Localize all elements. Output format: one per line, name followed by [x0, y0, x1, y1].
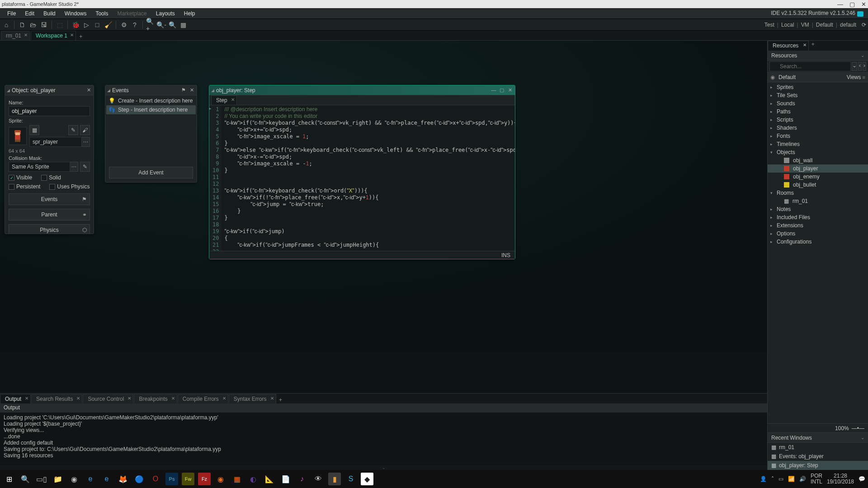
- tree-item[interactable]: obj_enemy: [768, 173, 868, 181]
- tree-folder[interactable]: ▸Options: [768, 230, 868, 238]
- workspace[interactable]: ◢Object: obj_player✕ Name: Sprite: ▦✎🖌 s…: [0, 41, 868, 352]
- tray-notifications-icon[interactable]: 💬: [859, 476, 865, 482]
- target-icon[interactable]: ◉: [770, 74, 777, 80]
- tree-folder[interactable]: ▸Sprites: [768, 83, 868, 91]
- layout-icon[interactable]: ▦: [179, 20, 188, 29]
- menu-marketplace[interactable]: Marketplace: [113, 9, 151, 18]
- run-icon[interactable]: ▷: [82, 20, 91, 29]
- tray-people-icon[interactable]: 👤: [760, 476, 767, 482]
- open-icon[interactable]: 🗁: [28, 20, 38, 29]
- app-icon[interactable]: 📐: [263, 473, 276, 485]
- event-item[interactable]: 💡Create - Insert description here: [106, 96, 196, 105]
- app-icon[interactable]: 📄: [279, 473, 292, 485]
- target-vm[interactable]: VM: [801, 22, 809, 28]
- tree-folder[interactable]: ▸Shaders: [768, 124, 868, 132]
- physics-button[interactable]: Physics⬡: [9, 224, 90, 234]
- app-icon[interactable]: ◉: [214, 473, 227, 485]
- object-name-input[interactable]: [9, 106, 90, 116]
- maximize-icon[interactable]: ▢: [499, 87, 505, 93]
- app-icon[interactable]: ▦: [231, 473, 243, 485]
- search-icon[interactable]: 🔍: [19, 473, 32, 485]
- tree-item[interactable]: obj_wall: [768, 156, 868, 164]
- menu-build[interactable]: Build: [39, 9, 60, 18]
- workspace-tab[interactable]: rm_01✕: [1, 31, 30, 40]
- tray-volume-icon[interactable]: 🔊: [799, 476, 806, 482]
- tree-folder[interactable]: ▸Fonts: [768, 132, 868, 140]
- tray-wifi-icon[interactable]: 📶: [788, 476, 795, 482]
- menu-tools[interactable]: Tools: [91, 9, 113, 18]
- taskview-icon[interactable]: ▭▯: [35, 473, 48, 485]
- code-editor[interactable]: ▸ 12345678910111213141516171819202122232…: [209, 105, 515, 251]
- resource-search-input[interactable]: [769, 61, 851, 71]
- stop-icon[interactable]: □: [93, 20, 102, 29]
- sprite-dropdown-icon[interactable]: …: [82, 137, 90, 147]
- output-log[interactable]: Loading project 'C:\Users\Gui\Documents\…: [0, 413, 767, 465]
- zoom-reset-icon[interactable]: 🔍: [168, 20, 177, 29]
- skype-icon[interactable]: S: [344, 473, 357, 485]
- close-icon[interactable]: ✕: [24, 33, 28, 38]
- sprite-edit-icon[interactable]: ✎: [68, 125, 78, 135]
- recent-item[interactable]: ▦rm_01: [768, 443, 868, 452]
- resize-grip[interactable]: ⌄: [0, 465, 767, 470]
- tray-up-icon[interactable]: ˄: [771, 476, 774, 482]
- parent-button[interactable]: Parent⚭: [9, 209, 90, 221]
- minimize-icon[interactable]: —: [491, 87, 497, 93]
- minimize-icon[interactable]: —: [837, 1, 843, 8]
- target-default[interactable]: default: [840, 22, 856, 28]
- fireworks-icon[interactable]: Fw: [182, 473, 194, 485]
- new-icon[interactable]: 🗋: [18, 20, 27, 29]
- target-default[interactable]: Default: [816, 22, 833, 28]
- physics-checkbox[interactable]: Uses Physics: [49, 183, 90, 190]
- close-icon[interactable]: ✕: [70, 33, 74, 38]
- tree-folder[interactable]: ▸Included Files: [768, 213, 868, 221]
- persistent-checkbox[interactable]: Persistent: [9, 183, 40, 190]
- close-icon[interactable]: ✕: [85, 87, 92, 93]
- mask-edit-icon[interactable]: ✎: [80, 162, 90, 172]
- sublime-icon[interactable]: ▮: [328, 473, 341, 485]
- tree-folder[interactable]: ▸Tile Sets: [768, 91, 868, 99]
- menu-windows[interactable]: Windows: [60, 9, 91, 18]
- chat-icon[interactable]: [857, 11, 863, 17]
- tree-folder[interactable]: ▸Sounds: [768, 99, 868, 108]
- firefox-icon[interactable]: 🦊: [117, 473, 129, 485]
- events-button[interactable]: Events⚑: [9, 193, 90, 205]
- steam-icon[interactable]: ◉: [68, 473, 80, 485]
- gear-icon[interactable]: ⚙: [119, 20, 128, 29]
- add-event-button[interactable]: Add Event: [109, 167, 193, 178]
- sprite-preview[interactable]: [9, 127, 27, 145]
- flag-icon[interactable]: ⚑: [180, 87, 187, 93]
- opera-icon[interactable]: O: [149, 473, 162, 485]
- debug-icon[interactable]: 🐞: [71, 20, 80, 29]
- tree-folder[interactable]: ▾Rooms: [768, 189, 868, 197]
- target-test[interactable]: Test: [764, 22, 774, 28]
- mask-select[interactable]: Same As Sprite: [9, 162, 70, 172]
- visible-checkbox[interactable]: ✓Visible: [9, 174, 32, 181]
- eclipse-icon[interactable]: ◐: [247, 473, 259, 485]
- tree-folder[interactable]: ▸Timelines: [768, 140, 868, 148]
- close-icon[interactable]: ✕: [507, 87, 513, 93]
- save-icon[interactable]: 🖫: [39, 20, 48, 29]
- target-local[interactable]: Local: [781, 22, 794, 28]
- home-icon[interactable]: ⌂: [2, 20, 11, 29]
- tree-folder[interactable]: ▸Extensions: [768, 221, 868, 230]
- edge-icon[interactable]: e: [100, 473, 113, 485]
- sprite-brush-icon[interactable]: 🖌: [80, 125, 90, 135]
- tree-item[interactable]: obj_player: [768, 164, 868, 173]
- clean-icon[interactable]: 🧹: [104, 20, 113, 29]
- zoom-slider[interactable]: —•—: [852, 425, 864, 432]
- itunes-icon[interactable]: ♪: [296, 473, 308, 485]
- resources-tab[interactable]: Resources✕: [768, 41, 809, 51]
- next-icon[interactable]: ›: [863, 62, 866, 71]
- package-icon[interactable]: ⬚: [55, 20, 64, 29]
- new-tab-button[interactable]: +: [77, 33, 85, 40]
- prev-icon[interactable]: ‹: [858, 62, 862, 71]
- discord-icon[interactable]: 👁: [312, 473, 325, 485]
- event-item[interactable]: 👣Step - Insert description here: [106, 105, 196, 114]
- zoom-in-icon[interactable]: 🔍+: [146, 20, 155, 29]
- tree-folder[interactable]: ▸Configurations: [768, 238, 868, 246]
- chevron-down-icon[interactable]: ⌄: [852, 62, 857, 71]
- sprite-new-icon[interactable]: ▦: [29, 125, 39, 135]
- menu-edit[interactable]: Edit: [20, 9, 39, 18]
- tree-folder[interactable]: ▸Scripts: [768, 116, 868, 124]
- gamemaker-icon[interactable]: ◆: [361, 473, 373, 485]
